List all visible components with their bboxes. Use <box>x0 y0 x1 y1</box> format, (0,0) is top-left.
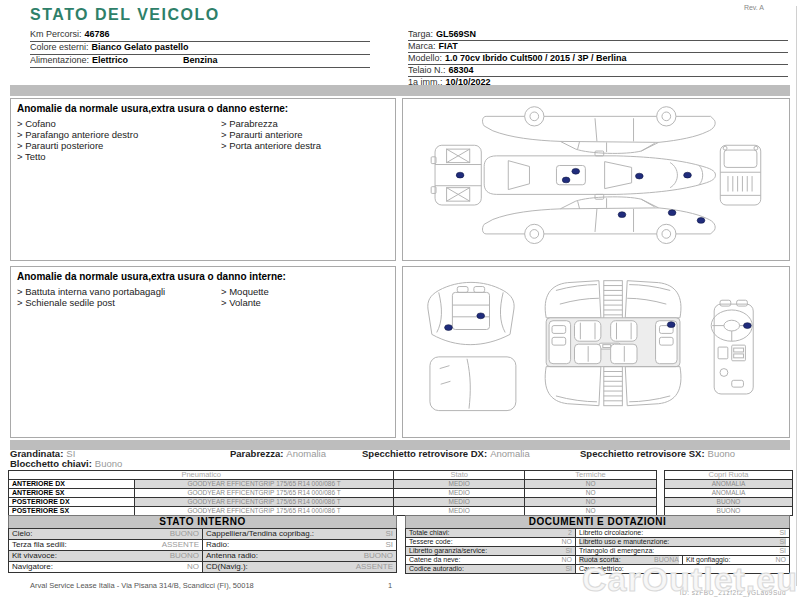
anomaly-item: > Paraurti posteriore <box>17 140 213 151</box>
damage-marker <box>618 212 626 218</box>
scan-edge-line <box>796 6 797 586</box>
stato-interno-cell: Antenna radio:BUONO <box>203 551 397 562</box>
tire-row: ANTERIORE DXGOODYEAR EFFICENTGRIP 175/65… <box>9 480 657 489</box>
anomaly-item: > Parabrezza <box>221 118 389 129</box>
car-front-view <box>720 145 760 205</box>
info-value: 68304 <box>449 65 474 75</box>
copri-ruota-row: ANOMALIA <box>665 489 793 498</box>
documenti-row: Catene da neve:NORuota scorta:BUONAKit g… <box>406 556 790 565</box>
anomaly-item: > Paraurti anteriore <box>221 129 389 140</box>
field-value: NO <box>562 538 573 546</box>
field-value: SI <box>565 547 572 555</box>
field-pair: Cavo elettrico: <box>579 565 786 573</box>
car-interior-diagram <box>403 267 787 435</box>
anomaly-item: > Tetto <box>17 151 213 162</box>
field-label: Terza fila sedili: <box>12 540 67 550</box>
damage-marker <box>697 218 705 224</box>
stato-interno-header: STATO INTERNO <box>8 515 397 529</box>
car-top-view <box>484 151 715 199</box>
documenti-row: Tessere code:NOLibretto uso e manutenzio… <box>406 538 790 547</box>
stato-interno-cell: Terza fila sedili:ASSENTE <box>9 540 203 551</box>
field-pair: Radio:SI <box>206 540 393 550</box>
documenti-cell-left: Tessere code:NO <box>406 538 576 547</box>
summary-label: Blocchetto chiavi: <box>10 458 92 469</box>
tire-cell-stato: MEDIO <box>394 498 525 507</box>
documenti-cell-right: Libretto circolazione:SI <box>576 529 790 538</box>
documenti-cell-right: Ruota scorta:BUONAKit gonfiaggio:NO <box>576 556 790 565</box>
field-pair: Terza fila sedili:ASSENTE <box>12 540 199 550</box>
summary-value: Anomalia <box>490 448 530 459</box>
info-value: FIAT <box>439 41 458 51</box>
exterior-anomalies-title: Anomalie da normale usura,extra usura o … <box>11 99 395 116</box>
tire-cell-term: NO <box>525 480 657 489</box>
stato-interno-cell: Cielo:BUONO <box>9 529 203 540</box>
car-side-view-left <box>483 107 716 154</box>
field-pair: Catene da neve:NO <box>409 556 572 564</box>
stato-interno-row: Navigatore:NOCD(Navig.):ASSENTE <box>9 562 397 573</box>
field-label: Cavo elettrico: <box>579 565 624 573</box>
documenti-row: Codice autoradio:SICavo elettrico: <box>406 565 790 574</box>
info-value-secondary: Benzina <box>183 55 218 65</box>
field-label: Cappelliera/Tendina copribag.: <box>206 529 314 539</box>
info-value: Bianco Gelato pastello <box>92 42 189 52</box>
damage-marker <box>572 168 580 174</box>
damage-marker <box>562 177 570 183</box>
exterior-damage-markers <box>456 168 705 223</box>
copri-ruota-table: Copri Ruota ANOMALIAANOMALIABUONOBUONO <box>664 470 793 516</box>
interior-anomalies-box: Anomalie da normale usura,extra usura o … <box>10 266 396 438</box>
vehicle-info-row: Alimentazione:ElettricoBenzina <box>30 55 370 68</box>
field-label: Antenna radio: <box>206 551 258 561</box>
vehicle-info-row: Targa:GL569SN <box>408 29 788 41</box>
documenti-row: Totale chiavi:2Libretto circolazione:SI <box>406 529 790 538</box>
damage-marker <box>667 322 675 328</box>
info-label: Modello: <box>408 53 442 63</box>
documenti-cell-right: Libretto uso e manutenzione:SI <box>576 538 790 547</box>
copri-ruota-row: BUONO <box>665 498 793 507</box>
tires-header-termiche: Termiche <box>525 471 657 480</box>
summary-specchietto-sx: Specchietto retrovisore SX:Buono <box>580 448 735 459</box>
info-label: Km Percorsi: <box>30 29 82 39</box>
tire-cell-stato: MEDIO <box>394 489 525 498</box>
field-pair: Libretto circolazione:SI <box>579 529 786 537</box>
damage-marker <box>477 313 485 319</box>
info-value: GL569SN <box>436 29 476 39</box>
field-label: Cielo: <box>12 529 32 539</box>
summary-blocchetto-chiavi: Blocchetto chiavi:Buono <box>10 458 122 469</box>
field-pair: Kit vivavoce:BUONO <box>12 551 199 561</box>
info-label: Targa: <box>408 29 433 39</box>
field-pair: Libretto uso e manutenzione:SI <box>579 538 786 546</box>
tire-cell-name: POSTERIORE DX <box>9 498 135 507</box>
damage-marker <box>456 172 464 178</box>
vehicle-info-row: Colore esterni:Bianco Gelato pastello <box>30 42 370 55</box>
tires-header-copri-ruota: Copri Ruota <box>665 471 793 480</box>
dashboard-view <box>711 300 753 394</box>
exterior-anomalies-box: Anomalie da normale usura,extra usura o … <box>10 98 396 261</box>
field-value: ASSENTE <box>356 562 393 572</box>
anomaly-item: > Moquette <box>221 286 389 297</box>
trunk-interior-view <box>428 282 514 344</box>
tire-cell-name: ANTERIORE DX <box>9 480 135 489</box>
field-pair: Libretto garanzia/service:SI <box>409 547 572 555</box>
field-value: BUONO <box>170 551 199 561</box>
field-label: Radio: <box>206 540 229 550</box>
info-value: 1.0 70cv Ibrido Cult500 / 2015 / 3P / Be… <box>445 53 626 63</box>
damage-marker <box>668 210 676 216</box>
interior-anomalies-column-1: > Battuta interna vano portabagagli> Sch… <box>17 286 221 308</box>
vehicle-info-left: Km Percorsi:46786Colore esterni:Bianco G… <box>30 29 370 68</box>
stato-interno-cell: Cappelliera/Tendina copribag.:SI <box>203 529 397 540</box>
field-label: Navigatore: <box>12 562 53 572</box>
field-label: Catene da neve: <box>409 556 460 564</box>
field-pair: Totale chiavi:2 <box>409 529 572 537</box>
documenti-cell-left: Catene da neve:NO <box>406 556 576 565</box>
tire-cell-spec: GOODYEAR EFFICENTGRIP 175/65 R14 000/086… <box>134 489 394 498</box>
field-label: Kit vivavoce: <box>12 551 57 561</box>
field-label: Libretto uso e manutenzione: <box>579 538 669 546</box>
info-label: Marca: <box>408 41 436 51</box>
interior-anomalies-title: Anomalie da normale usura,extra usura o … <box>11 267 395 284</box>
summary-label: Specchietto retrovisore DX: <box>362 448 487 459</box>
vehicle-info-right: Targa:GL569SNMarca:FIATModello:1.0 70cv … <box>408 29 788 89</box>
revision-label: Rev. A <box>744 4 764 11</box>
copri-ruota-value: BUONO <box>665 498 793 507</box>
interior-diagram-box <box>402 266 790 438</box>
field-value: NO <box>187 562 199 572</box>
